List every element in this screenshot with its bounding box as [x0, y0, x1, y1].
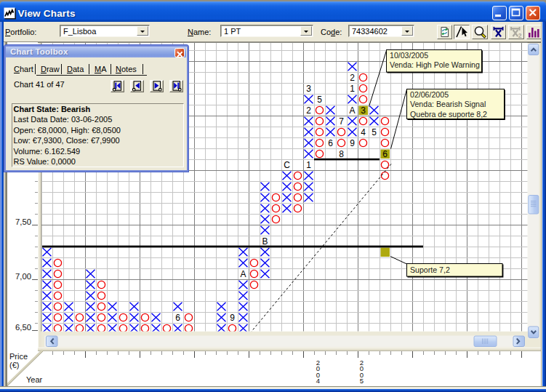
svg-text:Venda: Bearish Signal: Venda: Bearish Signal: [410, 100, 486, 108]
svg-text:8: 8: [339, 149, 344, 159]
svg-text:A: A: [349, 105, 355, 116]
svg-text:6: 6: [175, 313, 180, 323]
svg-text:A: A: [240, 269, 246, 279]
svg-text:6: 6: [328, 138, 333, 148]
svg-text:2: 2: [518, 32, 521, 39]
svg-text:Year: Year: [26, 375, 43, 384]
svg-text:9: 9: [350, 138, 355, 148]
svg-text:5: 5: [360, 377, 364, 385]
svg-text:Venda: High Pole Warning: Venda: High Pole Warning: [390, 60, 480, 69]
svg-text:10/03/2005: 10/03/2005: [390, 51, 428, 60]
svg-text:(€): (€): [9, 361, 19, 369]
svg-text:6,50: 6,50: [15, 323, 31, 332]
svg-text:5: 5: [317, 95, 322, 105]
svg-text:B: B: [262, 236, 268, 247]
svg-text:2: 2: [350, 73, 355, 83]
svg-text:3: 3: [306, 84, 311, 94]
svg-text:7,00: 7,00: [15, 272, 31, 281]
svg-text:Quebra de suporte 8,2: Quebra de suporte 8,2: [410, 110, 487, 119]
svg-text:6: 6: [382, 149, 388, 159]
svg-text:2: 2: [306, 105, 311, 116]
svg-text:7: 7: [339, 116, 344, 127]
svg-text:7,50: 7,50: [15, 217, 31, 226]
svg-text:Price: Price: [9, 352, 28, 361]
svg-text:4: 4: [361, 127, 366, 137]
svg-text:02/06/2005: 02/06/2005: [410, 90, 449, 99]
svg-text:3: 3: [361, 105, 366, 116]
svg-text:1: 1: [306, 160, 311, 170]
svg-text:9: 9: [230, 313, 235, 323]
svg-text:1: 1: [350, 84, 355, 94]
svg-text:4: 4: [316, 377, 320, 385]
svg-text:5: 5: [372, 127, 377, 137]
svg-text:C: C: [284, 160, 290, 170]
svg-text:Suporte 7,2: Suporte 7,2: [410, 265, 450, 274]
